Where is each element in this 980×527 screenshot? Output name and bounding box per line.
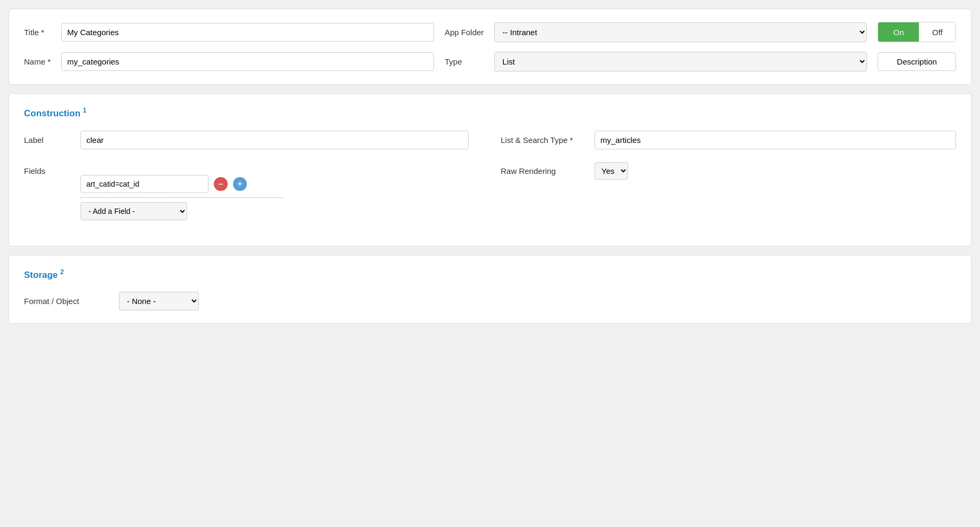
- format-object-label: Format / Object: [24, 297, 109, 306]
- raw-rendering-label: Raw Rendering: [501, 166, 586, 175]
- title-input[interactable]: [61, 23, 434, 42]
- remove-field-button[interactable]: −: [214, 177, 228, 191]
- description-button[interactable]: Description: [878, 52, 956, 71]
- add-field-select[interactable]: - Add a Field -: [81, 202, 187, 220]
- top-card: Title * App Folder -- Intranet On Off Na…: [9, 9, 971, 85]
- format-object-select[interactable]: - None -: [119, 292, 199, 310]
- name-label: Name *: [24, 57, 51, 66]
- name-input[interactable]: [61, 52, 434, 71]
- app-folder-label: App Folder: [445, 28, 484, 37]
- label-input[interactable]: [81, 131, 469, 149]
- minus-icon: −: [218, 179, 224, 189]
- title-label: Title *: [24, 28, 51, 37]
- type-label: Type: [445, 57, 484, 66]
- plus-icon: +: [237, 179, 243, 189]
- app-folder-select[interactable]: -- Intranet: [494, 22, 867, 42]
- storage-card: Storage 2 Format / Object - None -: [9, 255, 971, 324]
- type-select[interactable]: List: [494, 52, 867, 71]
- field-value-input[interactable]: [81, 175, 208, 193]
- list-search-input[interactable]: [595, 131, 956, 149]
- construction-heading: Construction 1: [24, 107, 956, 119]
- fields-label: Fields: [24, 162, 72, 175]
- construction-card: Construction 1 Label Fields: [9, 93, 971, 246]
- label-field-label: Label: [24, 135, 72, 145]
- off-button[interactable]: Off: [919, 22, 955, 42]
- storage-heading: Storage 2: [24, 268, 956, 281]
- on-off-toggle: On Off: [878, 22, 956, 42]
- list-search-type-label: List & Search Type *: [501, 135, 586, 145]
- on-button[interactable]: On: [878, 22, 919, 42]
- raw-rendering-select[interactable]: Yes: [595, 162, 628, 180]
- add-field-button[interactable]: +: [233, 177, 247, 191]
